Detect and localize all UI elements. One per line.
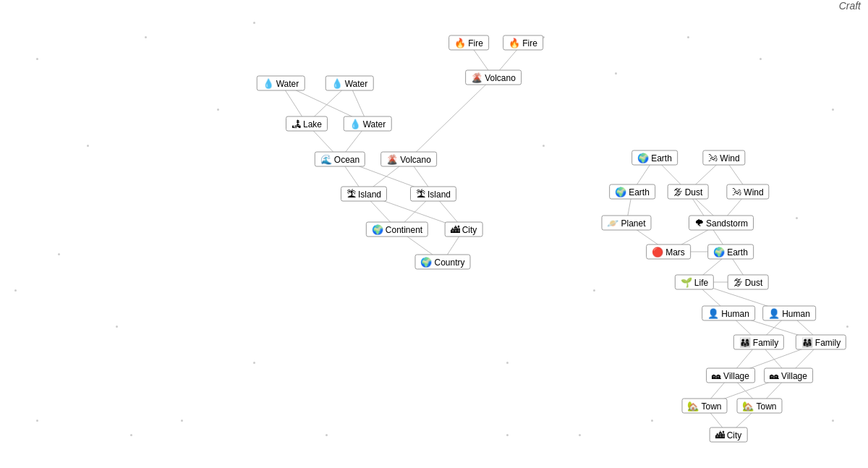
node-label-family2: Family — [815, 337, 841, 347]
bg-dot — [687, 36, 689, 38]
node-icon-island1: 🏝 — [346, 189, 356, 200]
node-icon-family2: 👨‍👩‍👧 — [801, 337, 813, 348]
node-label-dust1: Dust — [685, 187, 703, 197]
node-icon-island2: 🏝 — [416, 189, 425, 200]
node-icon-town2: 🏡 — [742, 401, 754, 412]
node-icon-volcano2: 🌋 — [386, 154, 398, 165]
node-family2[interactable]: 👨‍👩‍👧Family — [796, 335, 846, 350]
bg-dot — [116, 326, 118, 328]
node-volcano1[interactable]: 🌋Volcano — [465, 70, 522, 85]
node-continent1[interactable]: 🌍Continent — [366, 222, 428, 237]
node-earth2[interactable]: 🌍Earth — [609, 184, 655, 200]
node-lake1[interactable]: 🏞Lake — [286, 116, 328, 132]
node-icon-family1: 👨‍👩‍👧 — [739, 337, 751, 348]
node-icon-volcano1: 🌋 — [471, 72, 482, 83]
node-sandstorm1[interactable]: 🌪Sandstorm — [689, 216, 754, 231]
node-label-sandstorm1: Sandstorm — [706, 218, 748, 228]
bg-dot — [181, 420, 183, 422]
node-icon-life1: 🌱 — [681, 277, 692, 288]
node-city2[interactable]: 🏙City — [710, 427, 748, 443]
node-label-human1: Human — [721, 308, 749, 318]
bg-dot — [832, 420, 834, 422]
node-family1[interactable]: 👨‍👩‍👧Family — [733, 335, 784, 350]
bg-dot — [579, 434, 581, 436]
node-human2[interactable]: 👤Human — [762, 306, 816, 321]
node-label-life1: Life — [694, 277, 708, 287]
node-label-fire2: Fire — [522, 38, 537, 48]
node-earth1[interactable]: 🌍Earth — [631, 150, 678, 166]
bg-dot — [760, 58, 762, 60]
node-label-water1: Water — [276, 78, 299, 88]
node-fire1[interactable]: 🔥Fire — [448, 35, 489, 51]
node-icon-earth3: 🌍 — [713, 247, 725, 258]
node-ocean1[interactable]: 🌊Ocean — [315, 152, 365, 167]
bg-dot — [36, 58, 38, 60]
node-planet1[interactable]: 🪐Planet — [601, 216, 651, 231]
bg-dot — [615, 72, 617, 75]
bg-dot — [130, 434, 132, 436]
node-wind2[interactable]: 🌬Wind — [726, 184, 769, 200]
node-town2[interactable]: 🏡Town — [736, 399, 782, 414]
node-water1[interactable]: 💧Water — [257, 76, 305, 91]
node-icon-water3: 💧 — [349, 119, 361, 129]
node-country1[interactable]: 🌍Country — [414, 255, 470, 270]
node-town1[interactable]: 🏡Town — [681, 399, 727, 414]
edge — [409, 77, 493, 159]
node-dust1[interactable]: 🌫Dust — [668, 184, 709, 200]
node-label-earth2: Earth — [629, 187, 650, 197]
node-icon-continent1: 🌍 — [372, 224, 383, 235]
node-label-water2: Water — [345, 78, 368, 88]
node-wind1[interactable]: 🌬Wind — [702, 150, 745, 166]
node-village2[interactable]: 🏘Village — [764, 368, 813, 383]
node-label-earth3: Earth — [727, 247, 748, 257]
bg-dot — [217, 109, 219, 111]
node-island1[interactable]: 🏝Island — [341, 187, 387, 202]
node-earth3[interactable]: 🌍Earth — [707, 244, 754, 260]
node-city1[interactable]: 🏙City — [445, 222, 483, 237]
bg-dot — [14, 289, 17, 292]
node-human1[interactable]: 👤Human — [702, 306, 755, 321]
node-label-village1: Village — [723, 370, 749, 380]
node-fire2[interactable]: 🔥Fire — [503, 35, 543, 51]
node-volcano2[interactable]: 🌋Volcano — [380, 152, 437, 167]
node-icon-lake1: 🏞 — [292, 119, 301, 129]
craft-label: Craft — [839, 0, 861, 12]
node-label-city2: City — [727, 430, 742, 440]
node-icon-mars1: 🔴 — [652, 247, 663, 258]
node-label-water3: Water — [363, 119, 386, 129]
node-dust2[interactable]: 🌫Dust — [728, 275, 769, 290]
node-label-ocean1: Ocean — [334, 154, 359, 164]
node-icon-town1: 🏡 — [687, 401, 699, 412]
bg-dot — [506, 434, 509, 436]
node-label-earth1: Earth — [651, 153, 672, 163]
node-water3[interactable]: 💧Water — [344, 116, 392, 132]
node-label-village2: Village — [781, 370, 807, 380]
node-village1[interactable]: 🏘Village — [706, 368, 755, 383]
node-life1[interactable]: 🌱Life — [675, 275, 714, 290]
node-icon-water1: 💧 — [263, 78, 274, 89]
node-label-human2: Human — [782, 308, 810, 318]
node-label-town1: Town — [701, 401, 721, 411]
bg-dot — [145, 36, 147, 38]
node-island2[interactable]: 🏝Island — [410, 187, 456, 202]
node-icon-dust2: 🌫 — [733, 277, 743, 288]
node-label-town2: Town — [756, 401, 776, 411]
node-icon-fire2: 🔥 — [509, 38, 520, 48]
node-icon-ocean1: 🌊 — [320, 154, 332, 165]
bg-dot — [542, 145, 545, 147]
node-icon-fire1: 🔥 — [454, 38, 466, 48]
node-icon-planet1: 🪐 — [607, 218, 618, 229]
node-label-continent1: Continent — [386, 224, 422, 234]
node-label-planet1: Planet — [621, 218, 645, 228]
node-mars1[interactable]: 🔴Mars — [646, 244, 691, 260]
node-label-wind1: Wind — [720, 153, 739, 163]
bg-dot — [326, 434, 328, 436]
node-icon-village2: 🏘 — [770, 370, 779, 381]
bg-dot — [506, 362, 509, 364]
node-label-lake1: Lake — [303, 119, 322, 129]
bg-dot — [87, 145, 89, 147]
node-water2[interactable]: 💧Water — [326, 76, 374, 91]
node-icon-earth2: 🌍 — [615, 187, 626, 197]
node-label-city1: City — [462, 224, 477, 234]
node-label-volcano2: Volcano — [400, 154, 431, 164]
